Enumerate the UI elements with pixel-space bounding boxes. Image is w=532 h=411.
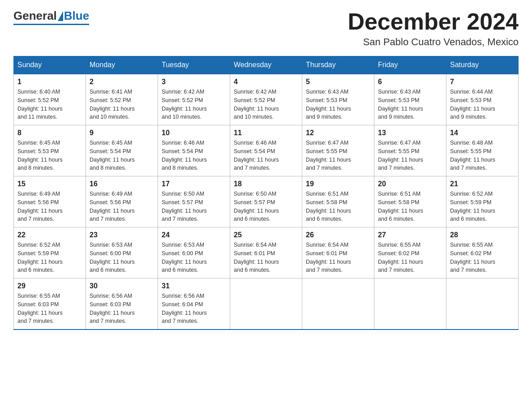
calendar-day-cell: 8 Sunrise: 6:45 AMSunset: 5:53 PMDayligh… xyxy=(14,125,86,176)
col-thursday: Thursday xyxy=(302,56,374,74)
calendar-table: Sunday Monday Tuesday Wednesday Thursday… xyxy=(13,56,519,330)
day-info: Sunrise: 6:41 AMSunset: 5:52 PMDaylight:… xyxy=(90,89,135,120)
col-wednesday: Wednesday xyxy=(230,56,302,74)
calendar-day-cell: 9 Sunrise: 6:45 AMSunset: 5:54 PMDayligh… xyxy=(86,125,158,176)
calendar-week-row: 22 Sunrise: 6:52 AMSunset: 5:59 PMDaylig… xyxy=(14,227,519,278)
calendar-day-cell: 28 Sunrise: 6:55 AMSunset: 6:02 PMDaylig… xyxy=(446,227,519,278)
day-info: Sunrise: 6:55 AMSunset: 6:03 PMDaylight:… xyxy=(17,293,63,324)
day-info: Sunrise: 6:49 AMSunset: 5:56 PMDaylight:… xyxy=(17,191,63,222)
calendar-day-cell xyxy=(374,278,446,330)
title-area: December 2024 San Pablo Cuatro Venados, … xyxy=(348,9,519,48)
day-number: 4 xyxy=(234,78,298,86)
day-number: 2 xyxy=(90,78,154,86)
day-number: 5 xyxy=(306,78,370,86)
day-info: Sunrise: 6:44 AMSunset: 5:53 PMDaylight:… xyxy=(450,89,495,120)
day-number: 11 xyxy=(234,129,298,137)
day-info: Sunrise: 6:56 AMSunset: 6:03 PMDaylight:… xyxy=(90,293,135,324)
page-header: General Blue December 2024 San Pablo Cua… xyxy=(13,9,519,48)
day-number: 10 xyxy=(162,129,226,137)
day-info: Sunrise: 6:42 AMSunset: 5:52 PMDaylight:… xyxy=(234,89,279,120)
day-number: 22 xyxy=(17,231,82,239)
day-info: Sunrise: 6:45 AMSunset: 5:53 PMDaylight:… xyxy=(17,140,63,171)
logo-blue-text: Blue xyxy=(64,9,89,23)
calendar-day-cell: 21 Sunrise: 6:52 AMSunset: 5:59 PMDaylig… xyxy=(446,176,519,227)
calendar-week-row: 8 Sunrise: 6:45 AMSunset: 5:53 PMDayligh… xyxy=(14,125,519,176)
calendar-day-cell: 24 Sunrise: 6:53 AMSunset: 6:00 PMDaylig… xyxy=(158,227,230,278)
day-info: Sunrise: 6:49 AMSunset: 5:56 PMDaylight:… xyxy=(90,191,135,222)
day-info: Sunrise: 6:54 AMSunset: 6:01 PMDaylight:… xyxy=(306,242,351,273)
day-info: Sunrise: 6:55 AMSunset: 6:02 PMDaylight:… xyxy=(450,242,495,273)
calendar-day-cell: 13 Sunrise: 6:47 AMSunset: 5:55 PMDaylig… xyxy=(374,125,446,176)
day-number: 20 xyxy=(378,180,442,188)
day-info: Sunrise: 6:43 AMSunset: 5:53 PMDaylight:… xyxy=(306,89,351,120)
day-number: 30 xyxy=(90,282,154,290)
day-info: Sunrise: 6:53 AMSunset: 6:00 PMDaylight:… xyxy=(90,242,135,273)
calendar-day-cell xyxy=(302,278,374,330)
calendar-day-cell: 19 Sunrise: 6:51 AMSunset: 5:58 PMDaylig… xyxy=(302,176,374,227)
day-number: 9 xyxy=(90,129,154,137)
day-info: Sunrise: 6:55 AMSunset: 6:02 PMDaylight:… xyxy=(378,242,423,273)
day-info: Sunrise: 6:40 AMSunset: 5:52 PMDaylight:… xyxy=(17,89,63,120)
calendar-day-cell: 5 Sunrise: 6:43 AMSunset: 5:53 PMDayligh… xyxy=(302,74,374,125)
day-info: Sunrise: 6:50 AMSunset: 5:57 PMDaylight:… xyxy=(234,191,279,222)
logo-underline xyxy=(13,24,89,25)
calendar-day-cell: 18 Sunrise: 6:50 AMSunset: 5:57 PMDaylig… xyxy=(230,176,302,227)
day-info: Sunrise: 6:42 AMSunset: 5:52 PMDaylight:… xyxy=(162,89,207,120)
calendar-day-cell: 6 Sunrise: 6:43 AMSunset: 5:53 PMDayligh… xyxy=(374,74,446,125)
col-sunday: Sunday xyxy=(14,56,86,74)
day-number: 6 xyxy=(378,78,442,86)
calendar-day-cell: 29 Sunrise: 6:55 AMSunset: 6:03 PMDaylig… xyxy=(14,278,86,330)
day-number: 17 xyxy=(162,180,226,188)
day-number: 7 xyxy=(450,78,515,86)
day-info: Sunrise: 6:45 AMSunset: 5:54 PMDaylight:… xyxy=(90,140,135,171)
calendar-day-cell: 16 Sunrise: 6:49 AMSunset: 5:56 PMDaylig… xyxy=(86,176,158,227)
day-info: Sunrise: 6:47 AMSunset: 5:55 PMDaylight:… xyxy=(306,140,351,171)
calendar-day-cell: 25 Sunrise: 6:54 AMSunset: 6:01 PMDaylig… xyxy=(230,227,302,278)
day-info: Sunrise: 6:51 AMSunset: 5:58 PMDaylight:… xyxy=(306,191,351,222)
col-friday: Friday xyxy=(374,56,446,74)
calendar-week-row: 15 Sunrise: 6:49 AMSunset: 5:56 PMDaylig… xyxy=(14,176,519,227)
day-number: 15 xyxy=(17,180,82,188)
calendar-day-cell: 3 Sunrise: 6:42 AMSunset: 5:52 PMDayligh… xyxy=(158,74,230,125)
day-info: Sunrise: 6:52 AMSunset: 5:59 PMDaylight:… xyxy=(450,191,495,222)
day-number: 26 xyxy=(306,231,370,239)
logo: General Blue xyxy=(13,9,89,25)
day-info: Sunrise: 6:51 AMSunset: 5:58 PMDaylight:… xyxy=(378,191,423,222)
calendar-header-row: Sunday Monday Tuesday Wednesday Thursday… xyxy=(14,56,519,74)
calendar-day-cell: 30 Sunrise: 6:56 AMSunset: 6:03 PMDaylig… xyxy=(86,278,158,330)
day-number: 31 xyxy=(162,282,226,290)
day-number: 8 xyxy=(17,129,82,137)
day-info: Sunrise: 6:46 AMSunset: 5:54 PMDaylight:… xyxy=(234,140,279,171)
day-info: Sunrise: 6:54 AMSunset: 6:01 PMDaylight:… xyxy=(234,242,279,273)
day-info: Sunrise: 6:46 AMSunset: 5:54 PMDaylight:… xyxy=(162,140,207,171)
day-info: Sunrise: 6:50 AMSunset: 5:57 PMDaylight:… xyxy=(162,191,207,222)
day-number: 19 xyxy=(306,180,370,188)
day-number: 25 xyxy=(234,231,298,239)
calendar-day-cell: 2 Sunrise: 6:41 AMSunset: 5:52 PMDayligh… xyxy=(86,74,158,125)
col-monday: Monday xyxy=(86,56,158,74)
month-title: December 2024 xyxy=(348,9,519,34)
calendar-day-cell: 20 Sunrise: 6:51 AMSunset: 5:58 PMDaylig… xyxy=(374,176,446,227)
calendar-day-cell: 22 Sunrise: 6:52 AMSunset: 5:59 PMDaylig… xyxy=(14,227,86,278)
calendar-day-cell: 10 Sunrise: 6:46 AMSunset: 5:54 PMDaylig… xyxy=(158,125,230,176)
day-number: 28 xyxy=(450,231,515,239)
calendar-day-cell: 26 Sunrise: 6:54 AMSunset: 6:01 PMDaylig… xyxy=(302,227,374,278)
logo-general-text: General xyxy=(13,9,57,23)
calendar-day-cell xyxy=(446,278,519,330)
calendar-day-cell: 27 Sunrise: 6:55 AMSunset: 6:02 PMDaylig… xyxy=(374,227,446,278)
calendar-week-row: 29 Sunrise: 6:55 AMSunset: 6:03 PMDaylig… xyxy=(14,278,519,330)
day-info: Sunrise: 6:56 AMSunset: 6:04 PMDaylight:… xyxy=(162,293,207,324)
calendar-week-row: 1 Sunrise: 6:40 AMSunset: 5:52 PMDayligh… xyxy=(14,74,519,125)
calendar-day-cell: 14 Sunrise: 6:48 AMSunset: 5:55 PMDaylig… xyxy=(446,125,519,176)
logo-triangle-icon xyxy=(58,11,63,21)
calendar-day-cell: 7 Sunrise: 6:44 AMSunset: 5:53 PMDayligh… xyxy=(446,74,519,125)
day-number: 27 xyxy=(378,231,442,239)
day-number: 1 xyxy=(17,78,82,86)
day-number: 24 xyxy=(162,231,226,239)
calendar-day-cell xyxy=(230,278,302,330)
day-number: 13 xyxy=(378,129,442,137)
day-number: 12 xyxy=(306,129,370,137)
logo-blue-box: Blue xyxy=(57,9,89,23)
day-number: 18 xyxy=(234,180,298,188)
location-title: San Pablo Cuatro Venados, Mexico xyxy=(348,36,519,48)
